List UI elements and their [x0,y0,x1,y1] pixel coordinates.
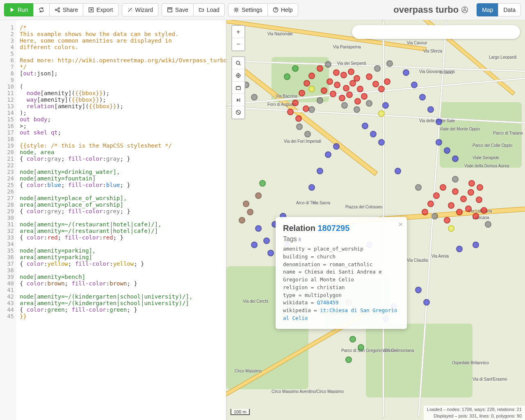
map-poi[interactable] [339,95,345,101]
map-poi[interactable] [255,192,262,199]
map-poi[interactable] [411,82,418,88]
map-poi[interactable] [259,180,266,187]
map-poi[interactable] [255,225,262,232]
map-poi[interactable] [362,123,368,129]
map-poi[interactable] [292,65,299,72]
map-poi[interactable] [456,246,463,252]
map-poi[interactable] [366,73,372,80]
code-area[interactable]: /*This example shows how the data can be… [16,20,226,420]
export-button[interactable]: Export [83,3,118,16]
map-poi[interactable] [251,242,258,248]
load-button[interactable]: Load [193,3,225,16]
map-poi[interactable] [340,72,347,78]
map-poi[interactable] [419,94,426,100]
map-poi[interactable] [448,225,454,232]
popup-close-button[interactable]: × [398,220,403,229]
map-poi[interactable] [345,356,352,363]
map-poi[interactable] [422,209,428,215]
map-poi[interactable] [348,68,354,75]
map-poi[interactable] [334,82,340,88]
toggle-fullscreen-button[interactable] [232,94,244,106]
locate-button[interactable] [232,69,244,82]
map-poi[interactable] [333,69,340,76]
map-poi[interactable] [239,217,245,224]
save-button[interactable]: Save [162,3,194,16]
map-poi[interactable] [357,86,363,92]
map-search-input[interactable] [352,25,520,39]
map-poi[interactable] [386,60,393,67]
map-poi[interactable] [354,106,360,113]
map-poi[interactable] [361,93,368,100]
map-poi[interactable] [476,196,482,203]
map-poi[interactable] [341,102,348,109]
map-poi[interactable] [465,205,472,212]
map-tab[interactable]: Map [477,3,498,16]
map-poi[interactable] [304,80,310,87]
select-bbox-button[interactable] [232,82,244,94]
query-editor[interactable]: 1234567891011121314151617181920212223242… [0,20,226,420]
map-poi[interactable] [317,97,323,104]
map-poi[interactable] [485,221,491,228]
map-poi[interactable] [395,168,401,174]
map-poi[interactable] [287,109,294,115]
map-poi[interactable] [349,336,356,342]
map-poi[interactable] [263,237,270,244]
map-poi[interactable] [346,91,353,98]
map-poi[interactable] [295,115,302,122]
map-poi[interactable] [382,102,389,109]
run-button[interactable]: Run [4,3,34,16]
map-poi[interactable] [374,65,381,72]
clear-data-button[interactable] [232,106,244,119]
map-poi[interactable] [366,100,372,107]
map-poi[interactable] [358,344,364,351]
share-button[interactable]: Share [49,3,83,16]
map-poi[interactable] [456,209,463,215]
map-poi[interactable] [308,73,315,79]
settings-button[interactable]: Settings [228,3,268,16]
map-poi[interactable] [326,78,333,85]
map-poi[interactable] [440,184,446,191]
zoom-out-button[interactable]: − [232,38,244,50]
map-poi[interactable] [415,287,422,293]
map-poi[interactable] [317,65,323,72]
map-poi[interactable] [378,86,385,92]
map-poi[interactable] [436,119,442,125]
zoom-in-button[interactable]: + [232,26,244,38]
map-poi[interactable] [304,131,311,137]
map-poi[interactable] [308,86,315,92]
map-poi[interactable] [436,139,442,146]
map-poi[interactable] [372,81,379,87]
map-poi[interactable] [243,201,249,207]
map-poi[interactable] [267,250,274,256]
map-poi[interactable] [448,202,454,209]
map-poi[interactable] [452,188,459,195]
map-poi[interactable] [468,189,474,196]
map-poi[interactable] [354,98,361,105]
map-poi[interactable] [247,209,253,215]
map-poi[interactable] [308,106,315,113]
map-poi[interactable] [452,176,459,183]
map-poi[interactable] [472,213,479,219]
map-poi[interactable] [452,155,459,162]
map-poi[interactable] [444,217,450,224]
map-poi[interactable] [460,196,467,202]
map-poi[interactable] [370,131,377,137]
map-poi[interactable] [321,87,327,94]
map-poi[interactable] [378,110,385,117]
map-poi[interactable] [431,213,438,219]
map[interactable]: Via NazionaleVia PanispernaVia CavourVia… [226,20,525,420]
map-poi[interactable] [472,242,479,248]
search-tool-button[interactable] [232,57,244,69]
map-poi[interactable] [427,201,434,207]
map-poi[interactable] [481,207,487,214]
map-poi[interactable] [296,123,303,130]
map-poi[interactable] [292,100,299,106]
map-poi[interactable] [384,78,390,85]
map-poi[interactable] [477,184,483,191]
map-poi[interactable] [423,299,430,306]
map-poi[interactable] [251,94,258,100]
map-poi[interactable] [333,143,340,150]
map-poi[interactable] [433,192,440,199]
map-poi[interactable] [468,180,475,187]
tag-link[interactable]: it:Chiesa di San Gregorio al Celio [283,307,397,321]
